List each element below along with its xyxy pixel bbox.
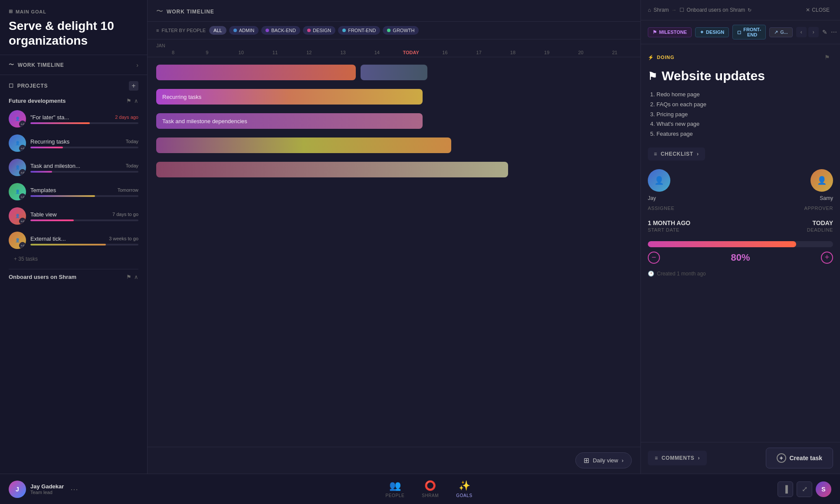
desc-item-3: Pricing page xyxy=(656,110,833,119)
month-label: JAN xyxy=(156,43,632,48)
project-name: "For later" sta... xyxy=(30,114,69,121)
milestone-icon: ⚑ xyxy=(653,29,657,35)
filter-design[interactable]: DESIGN xyxy=(303,26,335,35)
project-group-onboard: Onboard users on Shram ⚑ ∧ xyxy=(0,271,147,283)
date-9: 9 xyxy=(190,50,224,55)
breadcrumb-project: Onboard users on Shram xyxy=(687,7,745,13)
project-info: Templates Tomorrow xyxy=(30,187,138,197)
project-item[interactable]: 👤 +4 Recurring tasks Today xyxy=(5,131,142,155)
date-16: 16 xyxy=(428,50,462,55)
chart-icon: ↗ xyxy=(774,29,778,35)
bottom-right-actions: ▐ ⤢ S xyxy=(778,481,831,497)
desc-item-2: FAQs on each page xyxy=(656,100,833,109)
nav-people[interactable]: 👥 PEOPLE xyxy=(386,480,405,498)
nav-shram[interactable]: ⭕ SHRAM xyxy=(422,480,439,498)
filter-bar: ≡ FILTER BY PEOPLE ALL ADMIN BACK-END DE… xyxy=(148,22,640,39)
home-icon: ⌂ xyxy=(648,7,651,13)
chevron-up-icon: ∧ xyxy=(134,98,138,104)
main-goal-title: Serve & delight 10 organizations xyxy=(9,19,138,48)
checklist-toggle[interactable]: ≡ CHECKLIST › xyxy=(648,147,705,160)
project-item[interactable]: 👤 +4 External tick... 3 weeks to go xyxy=(5,228,142,252)
progress-controls: − 80% + xyxy=(648,252,833,264)
project-item[interactable]: 👤 +4 Templates Tomorrow xyxy=(5,180,142,204)
gantt-chart: Recurring tasks Task and milestone depen… xyxy=(148,57,640,447)
deadline-value: TODAY xyxy=(807,219,833,226)
close-button[interactable]: ✕ CLOSE xyxy=(802,5,833,15)
sidebar-toggle-button[interactable]: ▐ xyxy=(778,481,793,497)
second-group-name: Onboard users on Shram xyxy=(9,274,76,280)
group-divider xyxy=(9,269,138,269)
gantt-row-1 xyxy=(156,62,632,83)
project-item[interactable]: 👤 +4 Task and mileston... Today xyxy=(5,155,142,180)
sidebar-icon: ▐ xyxy=(783,485,788,493)
fullscreen-button[interactable]: ⤢ xyxy=(797,481,812,497)
work-timeline-label: 〜 WORK TIMELINE xyxy=(9,61,64,69)
project-info: Recurring tasks Today xyxy=(30,138,138,148)
shram-icon: ⭕ xyxy=(424,480,436,491)
daily-view-button[interactable]: ⊞ Daily view › xyxy=(575,452,632,468)
expand-icon: ⤢ xyxy=(802,485,807,493)
deadline-label: DEADLINE xyxy=(807,227,833,232)
more-button[interactable]: ⋯ xyxy=(831,26,837,38)
filter-all[interactable]: ALL xyxy=(209,26,226,35)
progress-percentage: 80% xyxy=(731,252,750,263)
avatar: 👤 +4 xyxy=(9,159,26,176)
date-21: 21 xyxy=(598,50,632,55)
progress-bar xyxy=(30,147,138,148)
breadcrumb: ⌂ Shram → ☐ Onboard users on Shram ↻ xyxy=(648,7,751,13)
tag-design[interactable]: ✦ DESIGN xyxy=(695,27,729,37)
task-title: ⚑ Website updates xyxy=(648,69,833,83)
gantt-bar-1 xyxy=(156,65,356,80)
approver-name: Samy xyxy=(820,195,833,201)
folder-icon: ☐ xyxy=(9,83,14,89)
date-13: 13 xyxy=(326,50,360,55)
start-date-value: 1 MONTH AGO xyxy=(648,219,690,226)
folder-icon: ☐ xyxy=(679,7,684,13)
approver-label: APPROVER xyxy=(804,206,833,211)
work-timeline-nav[interactable]: 〜 WORK TIMELINE › xyxy=(0,55,147,75)
project-item[interactable]: 👤 +4 "For later" sta... 2 days ago xyxy=(5,107,142,131)
gantt-label-milestone: Task and milestone dependencies xyxy=(162,118,247,124)
avatar: 👤 +4 xyxy=(9,110,26,128)
assignee-name: Jay xyxy=(648,195,656,201)
gantt-bar-milestone: Task and milestone dependencies xyxy=(156,113,423,129)
increase-progress-button[interactable]: + xyxy=(821,252,833,264)
create-task-button[interactable]: + Create task xyxy=(766,448,833,468)
date-today: TODAY xyxy=(394,50,428,55)
assignee-avatar: 👤 xyxy=(648,169,670,192)
tag-extra[interactable]: ↗ G... xyxy=(769,27,793,37)
gantt-row-recurring: Recurring tasks xyxy=(156,86,632,108)
filter-frontend[interactable]: FRONT-END xyxy=(338,26,380,35)
avatar: 👤 +4 xyxy=(9,183,26,200)
breadcrumb-sep: → xyxy=(672,7,677,13)
filter-backend[interactable]: BACK-END xyxy=(261,26,300,35)
comments-button[interactable]: ≡ COMMENTS › xyxy=(648,451,707,465)
project-item[interactable]: 👤 +4 Table view 7 days to go xyxy=(5,204,142,228)
tag-frontend[interactable]: ◻ FRONT-END xyxy=(732,25,766,39)
add-project-button[interactable]: + xyxy=(129,81,138,91)
prev-arrow[interactable]: ‹ xyxy=(796,27,807,37)
avatar: 👤 +4 xyxy=(9,134,26,152)
flag-button[interactable]: ⚑ xyxy=(821,51,833,63)
project-time: Tomorrow xyxy=(118,187,138,193)
shram-button[interactable]: S xyxy=(816,481,831,497)
progress-section: − 80% + xyxy=(648,241,833,264)
projects-scroll: Future developments ⚑ ∧ 👤 +4 "For later" xyxy=(0,95,147,474)
tasks-count: + 35 tasks xyxy=(5,252,142,265)
decrease-progress-button[interactable]: − xyxy=(648,252,660,264)
filter-admin[interactable]: ADMIN xyxy=(229,26,259,35)
chevron-right-icon: › xyxy=(698,455,700,461)
edit-button[interactable]: ✎ xyxy=(822,26,827,38)
next-arrow[interactable]: › xyxy=(808,27,819,37)
gantt-row-milestone: Task and milestone dependencies xyxy=(156,110,632,132)
nav-people-label: PEOPLE xyxy=(386,493,405,498)
tag-pills: ⚑ MILESTONE ✦ DESIGN ◻ FRONT-END ↗ G... … xyxy=(641,20,840,44)
group-actions: ⚑ ∧ xyxy=(126,274,138,280)
avatar: 👤 +4 xyxy=(9,207,26,225)
user-more-button[interactable]: ⋯ xyxy=(68,483,80,495)
tag-milestone[interactable]: ⚑ MILESTONE xyxy=(648,27,692,37)
filter-growth[interactable]: GROWTH xyxy=(383,26,419,35)
nav-goals[interactable]: ✨ GOALS xyxy=(456,480,472,498)
desc-item-1: Redo home page xyxy=(656,90,833,99)
gantt-row-4 xyxy=(156,134,632,156)
